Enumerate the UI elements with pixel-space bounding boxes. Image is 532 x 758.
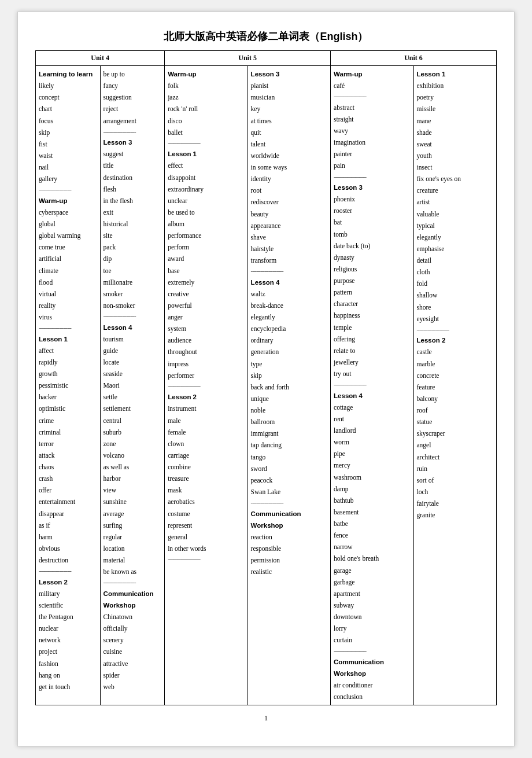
word-item: tango [251,451,327,463]
word-item: ordinary [251,334,327,346]
word-item: clown [168,438,244,450]
word-item: Lesson 4 [251,277,327,288]
word-item: Warm-up [168,68,244,80]
word-item: suggest [104,148,162,160]
word-item: throughout [168,346,244,358]
word-item: pain [334,160,410,171]
word-item: audience [168,334,244,346]
word-item: aerobatics [168,496,244,507]
word-item: represent [168,520,244,531]
word-item: subway [334,599,410,611]
word-item: Lesson 3 [334,182,410,193]
word-item: encyclopedia [251,323,327,334]
word-item: peacock [251,474,327,486]
word-item: fence [334,529,410,541]
word-item: mane [417,115,493,127]
word-item: Lesson 2 [39,576,97,588]
word-item: sunshine [104,496,162,507]
word-item: optimistic [39,403,97,414]
word-item: angel [417,439,493,451]
word-item: growth [39,368,97,380]
word-item: exit [104,207,162,218]
word-item: Lesson 1 [168,148,244,160]
word-item: folk [168,80,244,91]
word-item: harbor [104,473,162,484]
vocab-table: Unit 4 Unit 5 Unit 6 Learning to learnli… [35,50,497,705]
word-item: eyesight [417,313,493,325]
word-item: Maori [104,380,162,391]
word-item: ------------------------ [251,498,327,508]
word-item: ------------------------ [39,185,97,195]
word-item: network [39,634,97,646]
word-item: ballet [168,127,244,138]
word-item: be up to [104,68,162,80]
word-item: flood [39,277,97,288]
word-item: abstract [334,102,410,113]
word-item: feature [417,381,493,393]
word-item: ------------------------ [39,323,97,333]
word-item: café [334,80,410,91]
word-item: virus [39,311,97,323]
word-item: batbe [334,518,410,529]
word-item: web [104,681,162,693]
word-item: identity [251,173,327,185]
word-item: ------------------------ [104,577,162,588]
word-item: settle [104,391,162,403]
word-item: as well as [104,461,162,473]
word-item: worm [334,436,410,448]
word-item: lorry [334,623,410,634]
word-item: missile [417,103,493,115]
word-item: insect [417,161,493,173]
word-item: emphasise [417,243,493,255]
word-item: worldwide [251,150,327,161]
word-item: flesh [104,183,162,195]
word-item: concept [39,91,97,103]
word-item: entertainment [39,496,97,507]
word-item: base [168,265,244,277]
word-item: ------------------------ [168,381,244,392]
word-item: architect [417,451,493,463]
word-item: locate [104,356,162,368]
word-item: ------------------------ [334,172,410,182]
word-item: relate to [334,345,410,356]
word-item: artificial [39,253,97,264]
word-item: cuisine [104,646,162,657]
word-item: hairstyle [251,243,327,255]
word-item: suggestion [104,91,162,103]
word-item: Lesson 2 [168,391,244,403]
word-item: granite [417,509,493,521]
unit6-col1: Warm-upcafé------------------------abstr… [331,66,413,705]
word-item: pattern [334,286,410,298]
unit6-col2: Lesson 1exhibitionpoetrymissilemaneshade… [413,66,496,705]
word-item: painter [334,148,410,160]
word-item: spider [104,669,162,681]
word-item: Lesson 2 [417,334,493,346]
word-item: responsible [251,543,327,554]
word-item: jazz [168,91,244,103]
word-item: volcano [104,450,162,461]
word-item: hacker [39,391,97,403]
word-item: Learning to learn [39,68,97,80]
word-item: crash [39,473,97,484]
word-item: destruction [39,554,97,566]
word-item: sort of [417,474,493,486]
word-item: scientific [39,599,97,611]
word-item: zone [104,438,162,450]
page-number: 1 [35,714,497,723]
word-item: rock 'n' roll [168,103,244,115]
word-item: appearance [251,220,327,231]
word-item: transform [251,255,327,266]
word-item: garbage [334,576,410,588]
word-item: artist [417,196,493,208]
word-item: disco [168,115,244,127]
word-item: powerful [168,300,244,311]
word-item: typical [417,220,493,231]
word-item: ------------------------ [334,380,410,390]
word-item: gallery [39,173,97,185]
word-item: ballroom [251,416,327,428]
word-item: obvious [39,543,97,554]
word-item: happiness [334,310,410,321]
word-item: Chinatown [104,611,162,623]
unit5-col2: Lesson 3pianistmusiciankeyat timesquitta… [247,66,330,705]
word-item: officially [104,623,162,634]
